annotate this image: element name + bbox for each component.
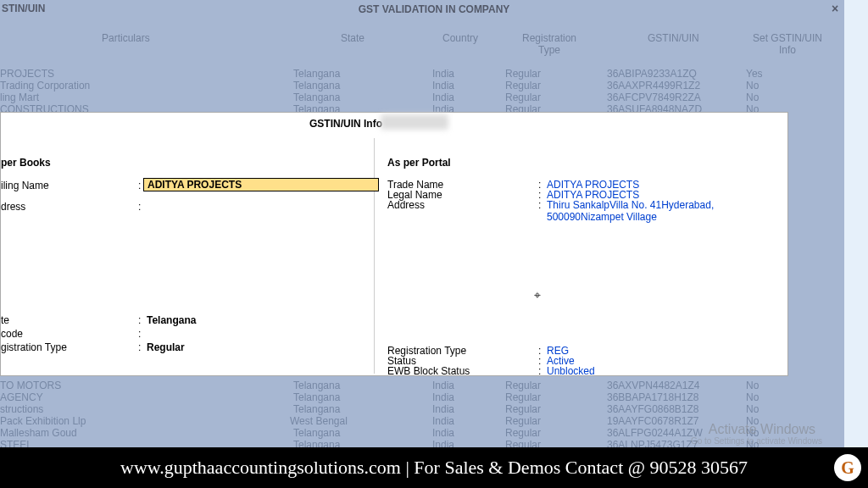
mailing-name-input[interactable]: ADITYA PROJECTS (143, 178, 379, 191)
colon: : (138, 341, 141, 353)
vertical-divider (374, 138, 375, 374)
portal-address-label: Address (387, 199, 425, 211)
gstin-info-modal: GSTIN/UIN Info per Books iling Name : AD… (0, 112, 788, 376)
portal-ewb-label: EWB Block Status (387, 365, 470, 377)
mailing-name-label: iling Name (1, 180, 49, 191)
state-label: te (1, 314, 9, 326)
footer-banner: www.gupthaaccountingsolutions.com | For … (0, 447, 868, 488)
portal-side-label: As per Portal (387, 157, 451, 169)
colon: : (138, 180, 141, 191)
windows-watermark-line1: Activate Windows (709, 422, 815, 437)
books-side-label: per Books (1, 157, 51, 169)
colon: : (138, 314, 141, 326)
footer-logo-icon: G (834, 454, 861, 481)
modal-blurred-value (381, 114, 448, 130)
colon: : (538, 199, 541, 211)
colon: : (138, 201, 141, 213)
colon: : (538, 365, 541, 377)
regtype-value: Regular (147, 341, 185, 353)
right-sidebar-strip (844, 0, 868, 447)
modal-title: GSTIN/UIN Info (309, 118, 382, 130)
address-label: dress (1, 201, 25, 213)
state-value: Telangana (147, 314, 196, 326)
windows-watermark-line2: Go to Settings to activate Windows (691, 436, 822, 446)
portal-ewb-value: Unblocked (547, 365, 595, 377)
colon: : (138, 328, 141, 340)
footer-text: www.gupthaaccountingsolutions.com | For … (120, 457, 748, 479)
code-label: code (1, 328, 23, 340)
portal-address-value: Thiru SankalpVilla No. 41Hyderabad, 5000… (547, 199, 784, 223)
regtype-label: gistration Type (1, 341, 67, 353)
modal-header: GSTIN/UIN Info (1, 113, 787, 135)
